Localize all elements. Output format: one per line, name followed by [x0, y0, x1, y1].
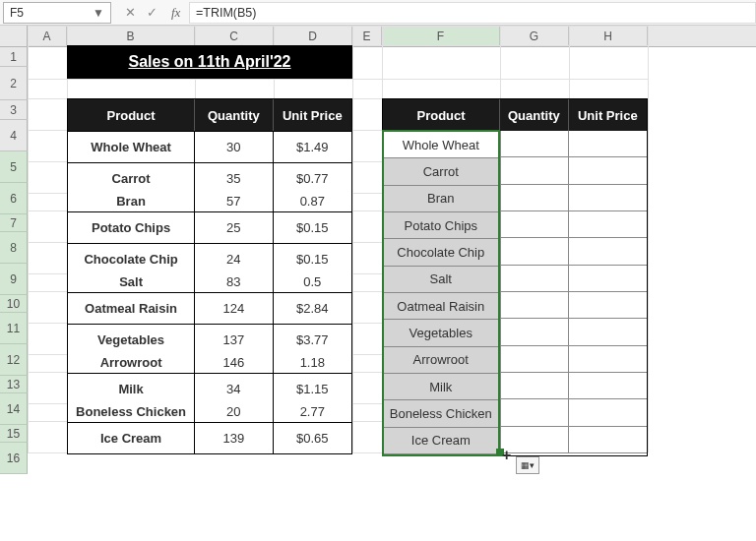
result-cell[interactable]: Arrowroot [384, 347, 498, 374]
row-header-11[interactable]: 11 [0, 313, 28, 344]
result-cell[interactable]: Whole Wheat [384, 132, 498, 158]
product-cell[interactable]: Arrowroot [68, 355, 195, 373]
column-header-G[interactable]: G [500, 26, 569, 46]
result-cell[interactable]: Oatmeal Raisin [384, 293, 498, 320]
product-cell[interactable]: Oatmeal Raisin [68, 293, 195, 324]
row-header-2[interactable]: 2 [0, 67, 28, 100]
empty-cell[interactable] [500, 427, 569, 453]
result-cell[interactable]: Carrot [384, 158, 498, 185]
empty-cell[interactable] [568, 157, 647, 184]
empty-cell[interactable] [568, 292, 647, 319]
price-cell[interactable]: $1.49 [274, 132, 351, 162]
empty-cell[interactable] [568, 427, 647, 453]
price-cell[interactable]: $0.65 [274, 423, 351, 453]
price-cell[interactable]: 0.87 [274, 194, 351, 211]
product-cell[interactable]: Milk [68, 374, 195, 404]
autofill-options-button[interactable]: ▦▾ [516, 456, 539, 474]
empty-cell[interactable] [568, 185, 647, 211]
product-cell[interactable]: Salt [68, 274, 195, 292]
product-cell[interactable]: Chocolate Chip [68, 244, 195, 274]
product-cell[interactable]: Whole Wheat [68, 132, 195, 162]
empty-cell[interactable] [500, 399, 569, 426]
empty-cell[interactable] [568, 319, 647, 345]
quantity-cell[interactable]: 24 [195, 244, 273, 274]
column-header-D[interactable]: D [274, 26, 352, 46]
result-cell[interactable]: Bran [384, 186, 498, 212]
quantity-cell[interactable]: 137 [195, 325, 273, 355]
cancel-icon[interactable]: ✕ [122, 5, 138, 21]
row-header-4[interactable]: 4 [0, 120, 28, 151]
row-header-10[interactable]: 10 [0, 295, 28, 313]
empty-cell[interactable] [568, 211, 647, 238]
column-header-H[interactable]: H [569, 26, 648, 46]
quantity-cell[interactable]: 146 [195, 355, 273, 373]
empty-cell[interactable] [568, 346, 647, 373]
result-cell[interactable]: Ice Cream [384, 428, 498, 454]
empty-cell[interactable] [568, 238, 647, 265]
empty-cell[interactable] [500, 319, 569, 345]
empty-cell[interactable] [500, 292, 569, 319]
chevron-down-icon[interactable]: ▼ [93, 6, 104, 20]
result-cell[interactable]: Potato Chips [384, 212, 498, 239]
quantity-cell[interactable]: 20 [195, 404, 273, 422]
formula-input[interactable]: =TRIM(B5) [189, 2, 756, 24]
quantity-cell[interactable]: 35 [195, 163, 273, 194]
row-header-1[interactable]: 1 [0, 47, 28, 67]
empty-cell[interactable] [500, 185, 569, 211]
row-header-3[interactable]: 3 [0, 100, 28, 120]
column-header-C[interactable]: C [195, 26, 274, 46]
product-cell[interactable]: Boneless Chicken [68, 404, 195, 422]
price-cell[interactable]: $3.77 [274, 325, 351, 355]
column-header-B[interactable]: B [67, 26, 195, 46]
product-cell[interactable]: Ice Cream [68, 423, 195, 453]
result-cell[interactable]: Boneless Chicken [384, 400, 498, 427]
price-cell[interactable]: $0.15 [274, 244, 351, 274]
quantity-cell[interactable]: 124 [195, 293, 273, 324]
empty-cell[interactable] [568, 373, 647, 399]
price-cell[interactable]: $2.84 [274, 293, 351, 324]
row-header-14[interactable]: 14 [0, 393, 28, 425]
column-header-A[interactable]: A [28, 26, 67, 46]
price-cell[interactable]: 2.77 [274, 404, 351, 422]
price-cell[interactable]: $0.15 [274, 212, 351, 243]
result-cell[interactable]: Salt [384, 267, 498, 293]
enter-icon[interactable]: ✓ [144, 5, 159, 21]
empty-cell[interactable] [500, 346, 569, 373]
empty-cell[interactable] [500, 157, 569, 184]
row-header-9[interactable]: 9 [0, 264, 28, 295]
result-cell[interactable]: Milk [384, 374, 498, 400]
price-cell[interactable]: $0.77 [274, 163, 351, 194]
empty-cell[interactable] [568, 266, 647, 292]
column-header-E[interactable]: E [352, 26, 382, 46]
fill-handle[interactable] [496, 449, 504, 456]
empty-cell[interactable] [568, 399, 647, 426]
price-cell[interactable]: 1.18 [274, 355, 351, 373]
row-header-7[interactable]: 7 [0, 214, 28, 232]
name-box[interactable]: F5 ▼ [3, 2, 111, 24]
row-header-13[interactable]: 13 [0, 376, 28, 393]
empty-cell[interactable] [500, 211, 569, 238]
quantity-cell[interactable]: 57 [195, 194, 273, 211]
row-header-8[interactable]: 8 [0, 232, 28, 264]
empty-cell[interactable] [500, 373, 569, 399]
empty-cell[interactable] [500, 266, 569, 292]
quantity-cell[interactable]: 139 [195, 423, 273, 453]
quantity-cell[interactable]: 30 [195, 132, 273, 162]
price-cell[interactable]: 0.5 [274, 274, 351, 292]
product-cell[interactable]: Vegetables [68, 325, 195, 355]
row-header-12[interactable]: 12 [0, 344, 28, 376]
select-all-corner[interactable] [0, 26, 28, 46]
price-cell[interactable]: $1.15 [274, 374, 351, 404]
result-cell[interactable]: Chocolate Chip [384, 239, 498, 266]
row-header-5[interactable]: 5 [0, 151, 28, 183]
empty-cell[interactable] [500, 131, 569, 157]
column-header-F[interactable]: F [382, 26, 500, 46]
quantity-cell[interactable]: 34 [195, 374, 273, 404]
empty-cell[interactable] [568, 131, 647, 157]
product-cell[interactable]: Potato Chips [68, 212, 195, 243]
row-header-6[interactable]: 6 [0, 183, 28, 214]
empty-cell[interactable] [500, 238, 569, 265]
product-cell[interactable]: Carrot [68, 163, 195, 194]
result-cell[interactable]: Vegetables [384, 320, 498, 346]
quantity-cell[interactable]: 83 [195, 274, 273, 292]
